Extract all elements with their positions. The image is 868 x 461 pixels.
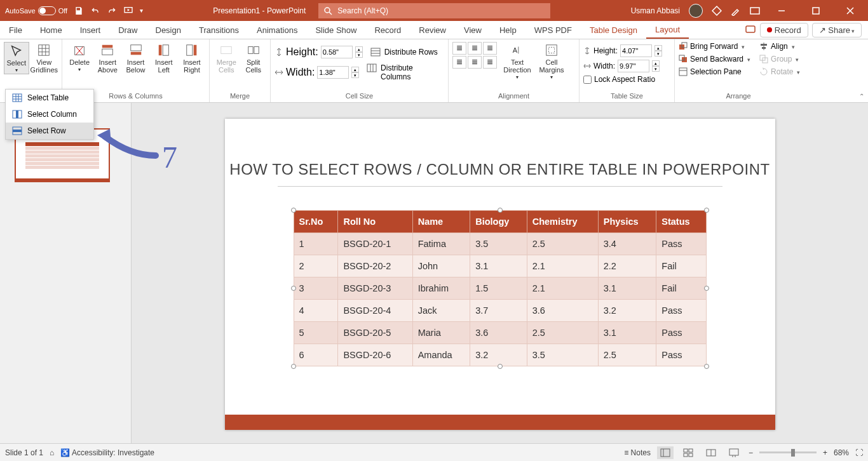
pen-icon[interactable] <box>731 6 741 16</box>
table-cell[interactable]: 3.1 <box>598 277 656 300</box>
slide-indicator[interactable]: Slide 1 of 1 <box>5 448 43 457</box>
table-cell[interactable]: BSGD-20-3 <box>338 277 412 300</box>
table-cell[interactable]: John <box>412 255 470 277</box>
table-cell[interactable]: 3.2 <box>470 344 527 366</box>
accessibility-status[interactable]: ♿ Accessibility: Investigate <box>60 448 154 457</box>
tab-draw[interactable]: Draw <box>109 21 146 39</box>
send-backward-button[interactable]: Send Backward <box>679 55 750 63</box>
redo-icon[interactable] <box>107 6 117 16</box>
select-table-item[interactable]: Select Table <box>6 90 93 106</box>
table-cell[interactable]: 3.6 <box>470 322 527 344</box>
undo-icon[interactable] <box>90 6 100 16</box>
table-cell[interactable]: 2.5 <box>527 233 598 255</box>
insert-above-button[interactable]: Insert Above <box>94 42 121 74</box>
table-cell[interactable]: BSGD-20-1 <box>338 233 412 255</box>
avatar[interactable] <box>689 4 703 18</box>
table-header[interactable]: Status <box>656 211 706 233</box>
normal-view-button[interactable] <box>657 446 674 459</box>
table-cell[interactable]: Pass <box>656 344 706 366</box>
bring-forward-button[interactable]: Bring Forward <box>679 42 750 51</box>
table-cell[interactable]: BSGD-20-4 <box>338 300 412 322</box>
distribute-cols-button[interactable]: Distribute Columns <box>367 63 444 81</box>
selection-pane-button[interactable]: Selection Pane <box>679 67 750 76</box>
slide-title[interactable]: HOW TO SELECT ROWS / COLUMN OR ENTIRE TA… <box>225 119 775 178</box>
rotate-button[interactable]: Rotate <box>759 67 800 76</box>
table-cell[interactable]: 3.1 <box>470 255 527 277</box>
insert-below-button[interactable]: Insert Below <box>122 42 149 74</box>
selection-handle[interactable] <box>498 364 503 369</box>
table-row[interactable]: 2BSGD-20-2John3.12.12.2Fail <box>294 255 706 277</box>
table-cell[interactable]: Pass <box>656 233 706 255</box>
align-button[interactable]: Align <box>759 42 800 51</box>
table-cell[interactable]: 5 <box>294 322 338 344</box>
selection-handle[interactable] <box>704 208 709 213</box>
tab-design[interactable]: Design <box>147 21 190 39</box>
table-cell[interactable]: 6 <box>294 344 338 366</box>
close-button[interactable] <box>837 0 863 21</box>
table-row[interactable]: 4BSGD-20-4Jack3.73.63.2Pass <box>294 300 706 322</box>
select-button[interactable]: Select▾ <box>4 42 29 74</box>
zoom-in-button[interactable]: + <box>823 448 827 457</box>
reading-view-button[interactable] <box>703 446 719 459</box>
table-cell[interactable]: 2.1 <box>527 255 598 277</box>
table-header[interactable]: Name <box>412 211 470 233</box>
table-cell[interactable]: 2.2 <box>598 255 656 277</box>
table-object[interactable]: Sr.NoRoll NoNameBiologyChemistryPhysicsS… <box>294 210 707 366</box>
selection-handle[interactable] <box>704 364 709 369</box>
zoom-out-button[interactable]: − <box>749 448 753 457</box>
table-header[interactable]: Roll No <box>338 211 412 233</box>
fit-to-window-button[interactable]: ⛶ <box>855 448 863 457</box>
table-cell[interactable]: BSGD-20-5 <box>338 322 412 344</box>
search-box[interactable]: Search (Alt+Q) <box>318 3 550 18</box>
table-cell[interactable]: 3.2 <box>598 300 656 322</box>
table-cell[interactable]: 2.5 <box>527 322 598 344</box>
table-cell[interactable]: 3 <box>294 277 338 300</box>
select-column-item[interactable]: Select Column <box>6 106 93 123</box>
table-cell[interactable]: Fail <box>656 255 706 277</box>
table-cell[interactable]: Jack <box>412 300 470 322</box>
tab-help[interactable]: Help <box>491 21 526 39</box>
table-row[interactable]: 1BSGD-20-1Fatima3.52.53.4Pass <box>294 233 706 255</box>
tab-review[interactable]: Review <box>410 21 455 39</box>
zoom-slider[interactable] <box>759 451 817 453</box>
distribute-rows-button[interactable]: Distribute Rows <box>370 48 438 57</box>
slide[interactable]: HOW TO SELECT ROWS / COLUMN OR ENTIRE TA… <box>225 119 775 430</box>
sorter-view-button[interactable] <box>680 446 696 459</box>
save-icon[interactable] <box>74 6 84 16</box>
table-cell[interactable]: Pass <box>656 300 706 322</box>
table-cell[interactable]: 3.7 <box>470 300 527 322</box>
cell-margins-button[interactable]: Cell Margins▾ <box>538 42 566 81</box>
tab-slideshow[interactable]: Slide Show <box>306 21 365 39</box>
lock-aspect-checkbox[interactable]: Lock Aspect Ratio <box>583 75 655 84</box>
selection-handle[interactable] <box>291 208 296 213</box>
qat-more-icon[interactable]: ▾ <box>140 7 143 14</box>
slideshow-view-button[interactable] <box>726 446 742 459</box>
table-header[interactable]: Sr.No <box>294 211 338 233</box>
table-cell[interactable]: Fatima <box>412 233 470 255</box>
tab-insert[interactable]: Insert <box>71 21 110 39</box>
table-cell[interactable]: 3.5 <box>527 344 598 366</box>
table-width-input[interactable]: Width:▴▾ <box>583 60 660 72</box>
alignment-grid[interactable]: ≡≡≡≡≡≡ <box>452 42 497 69</box>
table-cell[interactable]: 4 <box>294 300 338 322</box>
tab-layout[interactable]: Layout <box>646 21 689 39</box>
tab-animations[interactable]: Animations <box>248 21 306 39</box>
tab-wps[interactable]: WPS PDF <box>526 21 581 39</box>
table-cell[interactable]: 2.5 <box>598 344 656 366</box>
tab-view[interactable]: View <box>455 21 491 39</box>
group-button[interactable]: Group <box>759 55 800 63</box>
comments-icon[interactable] <box>745 24 756 36</box>
slideshow-from-start-icon[interactable] <box>123 6 133 16</box>
table-cell[interactable]: 2.1 <box>527 277 598 300</box>
table-cell[interactable]: Maria <box>412 322 470 344</box>
table-row[interactable]: 3BSGD-20-3Ibrahim1.52.13.1Fail <box>294 277 706 300</box>
record-button[interactable]: Record <box>760 23 808 37</box>
table-cell[interactable]: 3.5 <box>470 233 527 255</box>
insert-right-button[interactable]: Insert Right <box>179 42 205 74</box>
table-cell[interactable]: Amanda <box>412 344 470 366</box>
selection-handle[interactable] <box>704 286 709 291</box>
slide-canvas[interactable]: HOW TO SELECT ROWS / COLUMN OR ENTIRE TA… <box>132 103 868 443</box>
table-header[interactable]: Physics <box>598 211 656 233</box>
data-table[interactable]: Sr.NoRoll NoNameBiologyChemistryPhysicsS… <box>294 210 707 366</box>
table-cell[interactable]: Pass <box>656 322 706 344</box>
